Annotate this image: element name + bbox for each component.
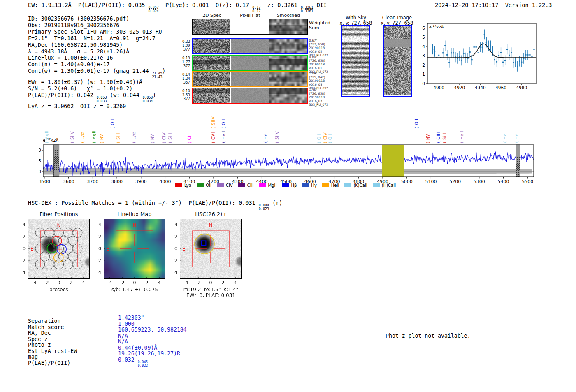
emission-line-label: ( HeII — [221, 105, 226, 143]
stacked-uncertainty: 0.0570.024 — [149, 6, 159, 13]
legend-label: Lyα — [184, 183, 191, 188]
smoothed-image — [269, 19, 307, 34]
text-run: λ = 4943.18Å σ = 5.28(±1.26)Å — [28, 49, 129, 55]
legend-item: CIII — [238, 183, 254, 188]
pixel-flat-image — [231, 72, 269, 86]
emission-line-label: ( CIV — [161, 105, 167, 143]
emission-line-label: ( OVI — [210, 105, 216, 143]
spec2d-row-fiber-2 — [192, 55, 308, 71]
info-line: P(LAE)/P(OII): 0.042 0.0530.033 (w: 0.04… — [28, 92, 165, 103]
spec2d-row-fiber-4 — [192, 88, 308, 104]
stacked-uncertainty: 0.0530.033 — [97, 96, 107, 103]
text-run: (r) — [269, 199, 283, 206]
fiber-positions-panel: NE-4-4-2-2002244 — [28, 219, 90, 279]
match-row-label: P(LAE)/P(OII) — [28, 360, 77, 366]
match-table-values: 1.42303"1.000160.659223, 50.982184N/AN/A… — [118, 315, 187, 368]
legend-swatch — [238, 183, 245, 187]
match-row-label: Spec z — [28, 336, 77, 343]
pixel-flat-image — [231, 19, 269, 34]
stacked-uncertainty: 0.0580.034 — [143, 96, 153, 103]
spectrum-ytick: 5.0 — [39, 148, 41, 153]
match-row-label: Photo z — [28, 342, 77, 348]
clean-image-title: Clean Image x, y: 727, 658 — [379, 15, 416, 26]
text-run: EW: 1.9±13.2Å P(LAE)/P(OII): 0.035 — [28, 2, 149, 8]
panel-ytick: 0 — [94, 246, 101, 251]
smoothed-image — [269, 72, 307, 86]
panel-xtick: -4 — [30, 280, 38, 285]
spec2d-row-right-labels: 1.09"(725, 842)20190118v016_03303_RU_092 — [309, 72, 331, 90]
hsc-image-panel: NE-4-4-2-2002244 — [180, 219, 242, 279]
inset-ytick: 3 — [422, 53, 425, 58]
panel-ytick: 2 — [18, 234, 26, 239]
inset-ylabel: e-17x2Å — [429, 24, 444, 29]
compass-east: E — [182, 246, 186, 252]
emission-line-label: ( Hγ — [502, 105, 508, 143]
emission-line-label: ( SiII — [167, 105, 173, 143]
spec2d-row-weighted-sum — [192, 19, 308, 35]
emission-line-label: ( OIII — [435, 105, 441, 143]
text-run: S/N = 5.2(±0.6) χ² = 1.0(±0.2) — [28, 86, 132, 92]
summary-header-line: EW: 1.9±13.2Å P(LAE)/P(OII): 0.035 0.057… — [28, 2, 327, 13]
fiber-circle — [45, 228, 54, 237]
match-row-label: mag — [28, 354, 77, 360]
compass-north: N — [133, 223, 137, 228]
match-row-value: N/A — [118, 333, 187, 339]
stacked-uncertainty: 0.170.17 — [252, 6, 260, 13]
text-run: ID: 3002356676 (3002356676.pdf) — [28, 16, 129, 22]
text-run: Cont(w) = 1.30(±0.01)e-17 (gmag 21.44 — [28, 68, 152, 74]
text-run: z: 0.3261 — [261, 2, 301, 8]
emission-line-label: ( Hγ — [262, 105, 268, 143]
legend-item: Hγ — [302, 183, 316, 188]
spectrum-xtick: 3700 — [87, 179, 98, 184]
spectrum-xtick: 4000 — [160, 179, 171, 184]
inset-data-points — [432, 29, 535, 71]
emission-line-label: ( OII — [109, 105, 115, 128]
match-table-labels: SeparationMatch scoreRA, DecSpec zPhoto … — [28, 318, 77, 366]
spec2d-image — [193, 72, 230, 86]
inset-xtick: 4920 — [454, 85, 465, 90]
emission-line-label: ( SiII — [441, 105, 447, 143]
info-line: Cont(w) = 1.30(±0.01)e-17 (gmag 21.44 21… — [28, 68, 165, 79]
match-row-label: RA, Dec — [28, 330, 77, 336]
emission-line-label: ( OII — [316, 105, 322, 143]
clean-image-cutout — [383, 25, 412, 97]
panel-ytick: -4 — [170, 270, 177, 275]
panel-xtick: -2 — [42, 280, 51, 285]
panel-xtick: 2 — [219, 280, 227, 285]
legend-label: OII — [206, 183, 211, 188]
emission-line-label: ( SiIV — [274, 105, 280, 143]
match-row-value: 1.42303" — [118, 315, 187, 321]
spec2d-image — [193, 39, 230, 53]
legend-label: CIII — [247, 183, 254, 188]
spectrum-xtick: 5000 — [401, 179, 413, 184]
compass-east: E — [106, 246, 109, 252]
panel-xtick: 4 — [155, 280, 163, 285]
match-row-value: 160.659223, 50.982184 — [118, 327, 187, 333]
info-line: RA,Dec (160.658722,50.981945) — [28, 42, 165, 49]
text-run: EWr = 1.80(±0.37) (w: 1.90(±0.40))Å — [28, 79, 142, 85]
fiber-circle — [63, 228, 73, 237]
legend-label: CIV — [226, 183, 233, 188]
panel-ytick: -2 — [94, 258, 101, 263]
hsc-caption-1: m:19.2 re:1.5" s:1.4" — [175, 287, 247, 292]
pixel-flat-image — [231, 39, 269, 53]
smoothed-image — [269, 39, 307, 53]
hsc-caption-2: EWr: 0, PLAE: 0.031 — [175, 292, 247, 298]
report-timestamp: 2024-12-20 17:10:17 Version 1.22.3 — [435, 2, 552, 8]
compass-east: E — [30, 246, 34, 252]
text-run: HSC-DEX : Possible Matches = 1 (within +… — [28, 199, 259, 206]
panel-ytick: 4 — [94, 222, 101, 227]
inset-ytick: 1 — [422, 72, 425, 77]
inset-plot-svg: 012345649004920494049604980e-17x2Å — [422, 19, 541, 93]
info-line: Obs: 20190118v016_3002356676 — [28, 22, 165, 29]
panel-xtick: 4 — [79, 280, 88, 285]
spectrum-xtick: 5200 — [449, 179, 461, 184]
legend-label: Hβ — [291, 183, 297, 188]
inset-ytick: 2 — [422, 63, 425, 67]
emission-line-label: ( NV — [425, 105, 431, 143]
pixel-flat-image — [231, 56, 269, 70]
panel-xtick: 0 — [130, 280, 139, 285]
emission-line-label: ( OIII — [413, 105, 419, 128]
match-row-value: 1.000 — [118, 321, 187, 327]
hsc-r-band-overlay: NE — [180, 219, 242, 279]
